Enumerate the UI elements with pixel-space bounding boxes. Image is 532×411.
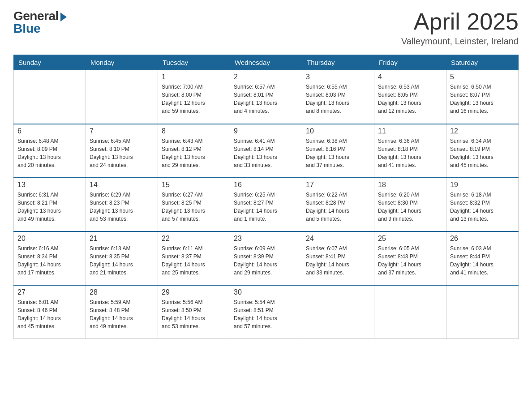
cell-info-text: Sunrise: 6:53 AM Sunset: 8:05 PM Dayligh… [378, 83, 442, 115]
calendar-cell: 26Sunrise: 6:03 AM Sunset: 8:44 PM Dayli… [446, 231, 519, 285]
weekday-header-friday: Friday [374, 55, 446, 70]
cell-day-number: 4 [378, 73, 442, 81]
cell-day-number: 11 [378, 127, 442, 135]
page-header: General Blue April 2025 Valleymount, Lei… [13, 9, 519, 47]
cell-day-number: 10 [306, 127, 370, 135]
cell-info-text: Sunrise: 6:43 AM Sunset: 8:12 PM Dayligh… [162, 137, 226, 169]
cell-info-text: Sunrise: 6:25 AM Sunset: 8:27 PM Dayligh… [234, 191, 298, 223]
calendar-cell: 13Sunrise: 6:31 AM Sunset: 8:21 PM Dayli… [14, 178, 86, 231]
cell-day-number: 15 [162, 181, 226, 189]
calendar-cell: 24Sunrise: 6:07 AM Sunset: 8:41 PM Dayli… [302, 231, 374, 285]
cell-day-number: 5 [450, 73, 515, 81]
cell-day-number: 8 [162, 127, 226, 135]
cell-info-text: Sunrise: 6:22 AM Sunset: 8:28 PM Dayligh… [306, 191, 370, 223]
calendar-cell: 16Sunrise: 6:25 AM Sunset: 8:27 PM Dayli… [230, 178, 302, 231]
cell-info-text: Sunrise: 6:41 AM Sunset: 8:14 PM Dayligh… [234, 137, 298, 169]
cell-info-text: Sunrise: 6:55 AM Sunset: 8:03 PM Dayligh… [306, 83, 370, 115]
cell-info-text: Sunrise: 6:38 AM Sunset: 8:16 PM Dayligh… [306, 137, 370, 169]
page-title: April 2025 [401, 9, 519, 34]
calendar-cell: 8Sunrise: 6:43 AM Sunset: 8:12 PM Daylig… [158, 124, 230, 178]
cell-info-text: Sunrise: 6:48 AM Sunset: 8:09 PM Dayligh… [17, 137, 82, 169]
calendar-cell [302, 285, 374, 339]
weekday-header-sunday: Sunday [14, 55, 86, 70]
weekday-header-wednesday: Wednesday [230, 55, 302, 70]
cell-info-text: Sunrise: 6:31 AM Sunset: 8:21 PM Dayligh… [17, 191, 82, 223]
cell-day-number: 1 [162, 73, 226, 81]
calendar-cell: 30Sunrise: 5:54 AM Sunset: 8:51 PM Dayli… [230, 285, 302, 339]
calendar-week-row: 27Sunrise: 6:01 AM Sunset: 8:46 PM Dayli… [14, 285, 519, 339]
calendar-cell [446, 285, 519, 339]
calendar-cell: 7Sunrise: 6:45 AM Sunset: 8:10 PM Daylig… [86, 124, 158, 178]
cell-info-text: Sunrise: 7:00 AM Sunset: 8:00 PM Dayligh… [162, 83, 226, 115]
cell-info-text: Sunrise: 6:50 AM Sunset: 8:07 PM Dayligh… [450, 83, 515, 115]
cell-day-number: 13 [17, 181, 82, 189]
cell-info-text: Sunrise: 5:54 AM Sunset: 8:51 PM Dayligh… [234, 298, 298, 330]
cell-day-number: 18 [378, 181, 442, 189]
calendar-cell: 29Sunrise: 5:56 AM Sunset: 8:50 PM Dayli… [158, 285, 230, 339]
cell-info-text: Sunrise: 6:27 AM Sunset: 8:25 PM Dayligh… [162, 191, 226, 223]
calendar-cell: 23Sunrise: 6:09 AM Sunset: 8:39 PM Dayli… [230, 231, 302, 285]
cell-info-text: Sunrise: 6:57 AM Sunset: 8:01 PM Dayligh… [234, 83, 298, 115]
weekday-header-row: SundayMondayTuesdayWednesdayThursdayFrid… [14, 55, 519, 70]
cell-info-text: Sunrise: 6:05 AM Sunset: 8:43 PM Dayligh… [378, 244, 442, 277]
calendar-cell: 14Sunrise: 6:29 AM Sunset: 8:23 PM Dayli… [86, 178, 158, 231]
weekday-header-monday: Monday [86, 55, 158, 70]
cell-day-number: 14 [90, 181, 154, 189]
cell-info-text: Sunrise: 6:18 AM Sunset: 8:32 PM Dayligh… [450, 191, 515, 223]
calendar-cell: 5Sunrise: 6:50 AM Sunset: 8:07 PM Daylig… [446, 70, 519, 124]
cell-day-number: 20 [17, 235, 82, 243]
cell-info-text: Sunrise: 6:07 AM Sunset: 8:41 PM Dayligh… [306, 244, 370, 277]
logo-blue-text: Blue [13, 21, 41, 36]
calendar-cell: 4Sunrise: 6:53 AM Sunset: 8:05 PM Daylig… [374, 70, 446, 124]
calendar-cell [86, 70, 158, 124]
cell-day-number: 24 [306, 235, 370, 243]
calendar-cell: 9Sunrise: 6:41 AM Sunset: 8:14 PM Daylig… [230, 124, 302, 178]
cell-day-number: 12 [450, 127, 515, 135]
cell-day-number: 2 [234, 73, 298, 81]
calendar-cell: 12Sunrise: 6:34 AM Sunset: 8:19 PM Dayli… [446, 124, 519, 178]
cell-info-text: Sunrise: 6:29 AM Sunset: 8:23 PM Dayligh… [90, 191, 154, 223]
cell-day-number: 7 [90, 127, 154, 135]
calendar-cell: 22Sunrise: 6:11 AM Sunset: 8:37 PM Dayli… [158, 231, 230, 285]
logo-arrow-icon [60, 13, 67, 21]
calendar-week-row: 6Sunrise: 6:48 AM Sunset: 8:09 PM Daylig… [14, 124, 519, 178]
cell-info-text: Sunrise: 6:20 AM Sunset: 8:30 PM Dayligh… [378, 191, 442, 223]
calendar-cell: 19Sunrise: 6:18 AM Sunset: 8:32 PM Dayli… [446, 178, 519, 231]
cell-info-text: Sunrise: 6:34 AM Sunset: 8:19 PM Dayligh… [450, 137, 515, 169]
calendar-cell: 25Sunrise: 6:05 AM Sunset: 8:43 PM Dayli… [374, 231, 446, 285]
cell-info-text: Sunrise: 5:59 AM Sunset: 8:48 PM Dayligh… [90, 298, 154, 330]
cell-day-number: 22 [162, 235, 226, 243]
cell-day-number: 29 [162, 288, 226, 296]
calendar-cell: 2Sunrise: 6:57 AM Sunset: 8:01 PM Daylig… [230, 70, 302, 124]
weekday-header-thursday: Thursday [302, 55, 374, 70]
cell-day-number: 3 [306, 73, 370, 81]
cell-day-number: 26 [450, 235, 515, 243]
calendar-cell: 17Sunrise: 6:22 AM Sunset: 8:28 PM Dayli… [302, 178, 374, 231]
calendar-cell: 3Sunrise: 6:55 AM Sunset: 8:03 PM Daylig… [302, 70, 374, 124]
cell-info-text: Sunrise: 5:56 AM Sunset: 8:50 PM Dayligh… [162, 298, 226, 330]
cell-day-number: 17 [306, 181, 370, 189]
calendar-week-row: 20Sunrise: 6:16 AM Sunset: 8:34 PM Dayli… [14, 231, 519, 285]
cell-day-number: 25 [378, 235, 442, 243]
calendar-cell: 27Sunrise: 6:01 AM Sunset: 8:46 PM Dayli… [14, 285, 86, 339]
calendar-cell [14, 70, 86, 124]
cell-day-number: 23 [234, 235, 298, 243]
title-block: April 2025 Valleymount, Leinster, Irelan… [401, 9, 519, 47]
cell-day-number: 16 [234, 181, 298, 189]
cell-info-text: Sunrise: 6:36 AM Sunset: 8:18 PM Dayligh… [378, 137, 442, 169]
cell-info-text: Sunrise: 6:01 AM Sunset: 8:46 PM Dayligh… [17, 298, 82, 330]
calendar-cell: 28Sunrise: 5:59 AM Sunset: 8:48 PM Dayli… [86, 285, 158, 339]
calendar-cell: 18Sunrise: 6:20 AM Sunset: 8:30 PM Dayli… [374, 178, 446, 231]
cell-day-number: 19 [450, 181, 515, 189]
calendar-week-row: 1Sunrise: 7:00 AM Sunset: 8:00 PM Daylig… [14, 70, 519, 124]
cell-info-text: Sunrise: 6:13 AM Sunset: 8:35 PM Dayligh… [90, 244, 154, 277]
weekday-header-saturday: Saturday [446, 55, 519, 70]
cell-info-text: Sunrise: 6:03 AM Sunset: 8:44 PM Dayligh… [450, 244, 515, 277]
cell-day-number: 27 [17, 288, 82, 296]
calendar-cell: 10Sunrise: 6:38 AM Sunset: 8:16 PM Dayli… [302, 124, 374, 178]
cell-day-number: 28 [90, 288, 154, 296]
calendar-cell: 1Sunrise: 7:00 AM Sunset: 8:00 PM Daylig… [158, 70, 230, 124]
page-subtitle: Valleymount, Leinster, Ireland [401, 36, 519, 47]
calendar-cell: 21Sunrise: 6:13 AM Sunset: 8:35 PM Dayli… [86, 231, 158, 285]
calendar-cell: 6Sunrise: 6:48 AM Sunset: 8:09 PM Daylig… [14, 124, 86, 178]
